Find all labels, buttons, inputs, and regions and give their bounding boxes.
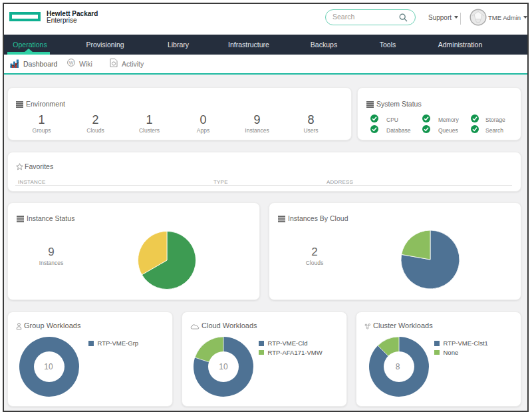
svg-text:W: W — [69, 61, 74, 65]
